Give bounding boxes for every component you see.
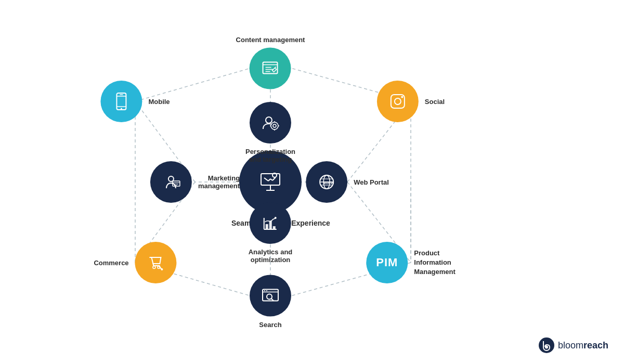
- svg-line-22: [270, 179, 272, 180]
- svg-rect-62: [116, 93, 126, 110]
- content-icon: [260, 58, 281, 79]
- svg-line-21: [268, 179, 270, 181]
- circle-mobile: [100, 81, 142, 122]
- pim-label: PIM: [376, 256, 398, 269]
- svg-point-32: [266, 117, 272, 123]
- circle-web-portal: WWW: [306, 161, 347, 203]
- center-icon: [257, 168, 284, 196]
- svg-point-70: [153, 266, 155, 269]
- svg-rect-49: [273, 226, 276, 229]
- label-analytics: Analytics andoptimization: [249, 248, 293, 264]
- svg-point-65: [121, 108, 122, 110]
- circle-content-management: [250, 48, 291, 89]
- mobile-icon: [112, 91, 131, 112]
- reach-bold: reach: [583, 340, 608, 350]
- svg-text:WWW: WWW: [323, 181, 334, 185]
- label-social: Social: [425, 98, 445, 106]
- svg-point-73: [161, 268, 163, 270]
- label-commerce: Commerce: [94, 259, 128, 267]
- marketing-icon: [161, 172, 181, 192]
- svg-point-53: [267, 294, 272, 300]
- bloomreach-logo: bloomreach: [538, 337, 608, 354]
- label-content-management: Content management: [236, 36, 305, 44]
- svg-point-50: [275, 217, 277, 219]
- node-marketing: Marketingmanagement: [150, 161, 240, 203]
- svg-point-33: [271, 122, 278, 129]
- node-web-portal: WWW Web Portal: [306, 161, 389, 203]
- svg-point-34: [273, 124, 276, 127]
- svg-line-20: [264, 178, 268, 181]
- web-portal-icon: WWW: [316, 172, 337, 192]
- circle-pim: PIM: [366, 242, 408, 283]
- label-search: Search: [259, 321, 281, 329]
- svg-point-68: [395, 98, 401, 105]
- label-pim: ProductInformationManagement: [414, 249, 455, 277]
- personalization-icon: [260, 112, 281, 133]
- label-web-portal: Web Portal: [354, 178, 389, 186]
- circle-commerce: [135, 242, 177, 283]
- svg-rect-47: [266, 224, 268, 229]
- circle-search: [250, 275, 291, 317]
- circle-analytics: [250, 202, 291, 244]
- bloomreach-logo-icon: [538, 337, 555, 354]
- node-analytics: Analytics andoptimization: [249, 202, 293, 264]
- label-marketing: Marketingmanagement: [198, 174, 240, 190]
- svg-line-23: [272, 177, 276, 180]
- svg-point-75: [545, 346, 548, 349]
- circle-marketing: [150, 161, 192, 203]
- label-mobile: Mobile: [148, 98, 170, 106]
- node-pim: PIM ProductInformationManagement: [366, 242, 455, 283]
- bloomreach-logo-text: bloomreach: [558, 340, 608, 351]
- svg-point-69: [401, 96, 403, 98]
- node-commerce: Commerce: [94, 242, 176, 283]
- node-mobile: Mobile: [100, 81, 170, 122]
- label-personalization: Personalizationand targeting: [245, 148, 295, 163]
- node-content-management: Content management: [236, 36, 305, 89]
- circle-personalization: [250, 102, 291, 144]
- node-personalization: Personalizationand targeting: [245, 102, 295, 163]
- svg-line-31: [275, 67, 276, 68]
- circle-social: [377, 81, 419, 122]
- search-icon: [260, 285, 281, 306]
- analytics-icon: [260, 213, 281, 233]
- node-social: Social: [377, 81, 445, 122]
- svg-rect-48: [269, 221, 272, 229]
- commerce-icon: [146, 252, 166, 273]
- node-search: Search: [250, 275, 291, 329]
- diagram-container: Seamless Digital Experience Content mana…: [0, 0, 624, 364]
- social-icon: [387, 91, 408, 112]
